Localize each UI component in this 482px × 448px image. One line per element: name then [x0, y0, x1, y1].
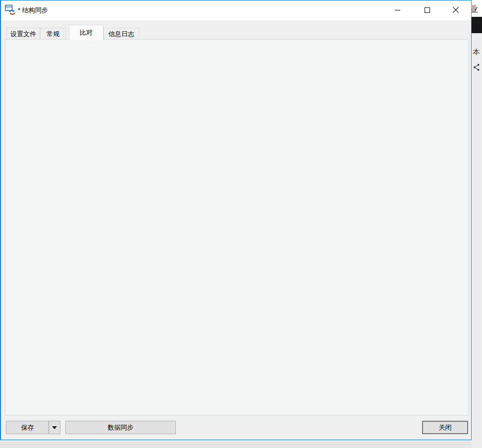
background-partial-text: 业 [472, 3, 478, 15]
chevron-down-icon [52, 426, 57, 429]
tab-compare[interactable]: 比对 [69, 25, 104, 40]
tab-general[interactable]: 常规 [40, 28, 66, 40]
background-partial-text: 本 [473, 48, 480, 57]
minimize-button[interactable] [389, 3, 405, 17]
background-window-top: 业 [472, 0, 482, 17]
window-title: * 结构同步 [18, 6, 48, 15]
structure-sync-icon [5, 4, 16, 15]
tab-page-compare [5, 39, 469, 415]
background-dark-bar [472, 17, 482, 33]
divider [0, 444, 472, 445]
background-bottom-strip [0, 440, 472, 448]
save-dropdown-button[interactable] [49, 421, 60, 434]
tab-message-log[interactable]: 信息日志 [104, 28, 139, 40]
close-dialog-button[interactable]: 关闭 [422, 421, 468, 434]
tab-settings-file[interactable]: 设置文件 [6, 28, 40, 40]
structure-sync-dialog: * 结构同步 设置文件 常规 比对 信息日志 源对象: 目标对象: [0, 0, 472, 440]
share-icon [473, 63, 480, 73]
data-sync-button[interactable]: 数据同步 [65, 421, 176, 434]
maximize-button[interactable] [419, 3, 435, 17]
close-button[interactable] [448, 3, 464, 17]
save-button[interactable]: 保存 [6, 421, 49, 434]
background-window-sliver: 业 本 [472, 0, 482, 448]
titlebar[interactable]: * 结构同步 [1, 0, 471, 20]
